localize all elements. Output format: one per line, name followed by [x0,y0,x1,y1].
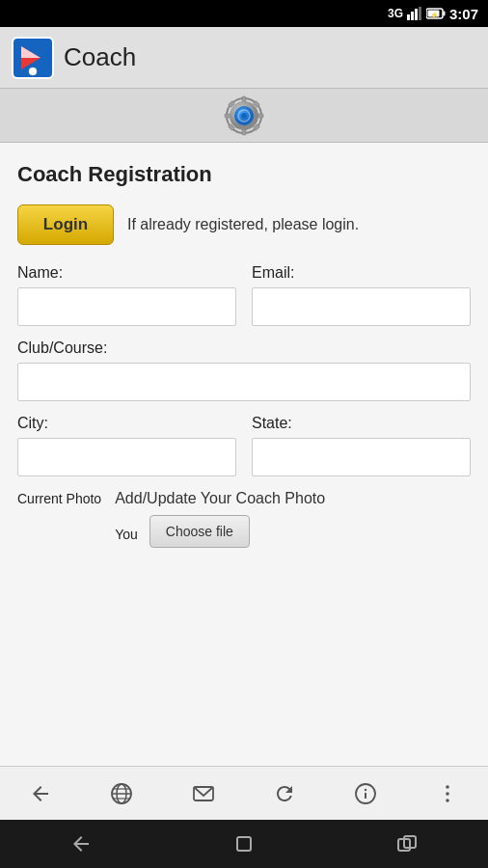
svg-rect-3 [419,7,421,20]
globe-nav-icon [110,782,133,805]
state-field-group: State: [252,415,471,476]
svg-point-36 [446,785,449,789]
name-email-row: Name: Email: [17,264,471,326]
svg-rect-5 [443,12,445,16]
android-nav-bar [0,820,488,868]
svg-rect-2 [415,9,418,20]
email-input[interactable] [252,287,471,326]
email-label: Email: [252,264,471,282]
city-label: City: [17,415,236,432]
name-label: Name: [17,264,236,282]
info-nav-icon [354,782,377,805]
club-course-group: Club/Course: [17,339,471,401]
android-home-icon [230,830,258,857]
login-row: Login If already registered, please logi… [17,204,471,245]
state-input[interactable] [252,438,471,476]
photo-bottom-row: You Choose file [115,515,471,548]
time-display: 3:07 [449,6,478,22]
refresh-nav-icon [273,782,296,805]
add-photo-text: Add/Update Your Coach Photo [115,490,471,507]
app-header: Coach [0,27,488,89]
network-indicator: 3G [388,7,403,20]
refresh-nav-button[interactable] [261,774,308,813]
svg-point-26 [241,113,247,119]
globe-nav-button[interactable] [98,774,145,813]
bottom-nav-bar [0,766,488,820]
city-field-group: City: [17,415,236,476]
state-label: State: [252,415,471,432]
photo-row: Current Photo Add/Update Your Coach Phot… [17,490,471,548]
login-button[interactable]: Login [17,204,114,245]
mail-nav-button[interactable] [180,774,227,813]
signal-icon [407,7,422,20]
photo-actions: Add/Update Your Coach Photo You Choose f… [115,490,471,548]
mail-nav-icon [192,782,215,805]
battery-icon: ⚡ [426,8,446,19]
current-photo-group: Current Photo [17,490,101,507]
caddiepal-logo-icon [14,39,52,77]
app-logo [12,37,54,79]
settings-icon[interactable] [222,94,266,138]
choose-file-button[interactable]: Choose file [149,515,250,548]
back-nav-icon [29,782,52,805]
svg-point-35 [365,788,366,790]
android-recents-button[interactable] [378,825,436,863]
back-nav-button[interactable] [17,774,64,813]
club-course-input[interactable] [17,363,471,401]
android-back-icon [68,830,95,857]
status-bar: 3G ⚡ 3:07 [0,0,488,27]
name-input[interactable] [17,287,236,326]
email-field-group: Email: [252,264,471,326]
svg-rect-39 [237,837,251,851]
status-icons: 3G ⚡ 3:07 [388,6,478,22]
city-input[interactable] [17,438,236,476]
more-nav-icon [436,782,459,805]
gear-toolbar [0,89,488,143]
current-photo-label: Current Photo [17,490,101,507]
club-course-label: Club/Course: [17,339,471,357]
you-label: You [115,527,138,542]
svg-text:⚡: ⚡ [430,11,439,19]
android-home-button[interactable] [215,825,273,863]
main-content: Coach Registration Login If already regi… [0,143,488,766]
svg-point-38 [446,799,449,802]
city-state-row: City: State: [17,415,471,476]
name-field-group: Name: [17,264,236,326]
android-back-button[interactable] [52,825,110,863]
svg-rect-0 [407,14,410,20]
svg-point-37 [446,792,449,796]
app-title: Coach [64,42,136,72]
login-description: If already registered, please login. [127,214,359,235]
svg-rect-1 [411,12,414,20]
form-title: Coach Registration [17,162,471,187]
info-nav-button[interactable] [342,774,389,813]
more-nav-button[interactable] [424,774,471,813]
android-recents-icon [393,830,420,857]
gear-svg [222,94,266,138]
